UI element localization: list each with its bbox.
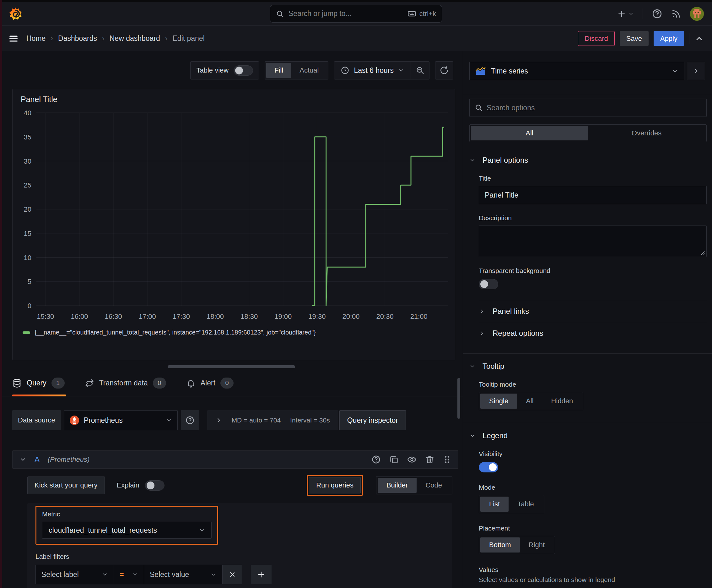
- fill-option[interactable]: Fill: [266, 63, 291, 78]
- actual-option[interactable]: Actual: [291, 63, 327, 78]
- search-icon: [276, 10, 284, 18]
- breadcrumb-dashboards[interactable]: Dashboards: [58, 34, 97, 43]
- toggle-viz-suggestions-button[interactable]: [687, 62, 705, 80]
- options-search-input[interactable]: [487, 104, 701, 112]
- toggle-query-visibility-button[interactable]: [407, 455, 416, 464]
- visualization-picker[interactable]: Time series: [469, 62, 684, 80]
- tab-alert[interactable]: Alert 0: [186, 376, 235, 396]
- save-button[interactable]: Save: [620, 31, 649, 46]
- tooltip-all-option[interactable]: All: [517, 394, 542, 408]
- kick-start-query-button[interactable]: Kick start your query: [27, 477, 105, 494]
- query-help-button[interactable]: [371, 455, 381, 464]
- panel-links-section[interactable]: Panel links: [479, 300, 707, 322]
- global-search-box[interactable]: ctrl+k: [270, 5, 442, 23]
- legend-values-help: Select values or calculations to show in…: [479, 576, 707, 584]
- pane-resize-handle[interactable]: [168, 365, 295, 368]
- legend-section-header[interactable]: Legend: [469, 431, 707, 440]
- tab-overrides[interactable]: Overrides: [588, 126, 705, 141]
- avatar[interactable]: [690, 7, 704, 21]
- breadcrumb-separator: ›: [50, 34, 53, 43]
- remove-filter-button[interactable]: [222, 565, 242, 584]
- legend-swatch[interactable]: [23, 331, 30, 334]
- collapse-header-button[interactable]: [694, 34, 704, 43]
- editor-tabs: Query 1 Transform data 0 Alert 0: [0, 376, 463, 396]
- news-rss-button[interactable]: [671, 9, 681, 19]
- apply-button[interactable]: Apply: [654, 31, 684, 46]
- left-pane-scrollbar[interactable]: [457, 378, 460, 419]
- tooltip-hidden-option[interactable]: Hidden: [542, 394, 582, 408]
- repeat-options-section[interactable]: Repeat options: [479, 322, 707, 344]
- table-view-label: Table view: [196, 66, 229, 75]
- grafana-logo[interactable]: [8, 6, 23, 21]
- svg-text:0: 0: [28, 302, 31, 310]
- tooltip-section-header[interactable]: Tooltip: [469, 362, 707, 371]
- explain-toggle[interactable]: [145, 480, 165, 491]
- legend-mode-table-option[interactable]: Table: [509, 497, 543, 512]
- legend-values-label: Values: [479, 566, 707, 573]
- mega-menu-toggle[interactable]: [8, 33, 19, 44]
- datasource-picker[interactable]: Prometheus: [64, 410, 178, 430]
- plus-icon: [617, 9, 626, 19]
- discard-button[interactable]: Discard: [578, 31, 615, 46]
- svg-text:20:00: 20:00: [342, 313, 360, 320]
- duplicate-query-button[interactable]: [390, 455, 398, 464]
- legend-mode-list-option[interactable]: List: [480, 497, 509, 512]
- operator-dropdown[interactable]: =: [114, 565, 144, 584]
- run-queries-button[interactable]: Run queries: [309, 477, 361, 493]
- svg-text:20: 20: [24, 205, 31, 213]
- code-option[interactable]: Code: [416, 478, 451, 493]
- delete-query-button[interactable]: [425, 455, 434, 464]
- query-inspector-button[interactable]: Query inspector: [339, 410, 406, 430]
- query-actions-row: Kick start your query Explain Run querie…: [27, 475, 452, 496]
- options-search-box[interactable]: [469, 99, 707, 117]
- query-options-summary[interactable]: MD = auto = 704 Interval = 30s: [207, 410, 338, 430]
- table-view-toggle[interactable]: [234, 65, 253, 76]
- panel-preview: Panel Title 051015202530354015:3016:0016…: [12, 89, 455, 360]
- datasource-help-button[interactable]: [181, 410, 199, 430]
- tooltip-single-option[interactable]: Single: [480, 394, 517, 408]
- chevron-right-icon: [479, 330, 485, 336]
- hamburger-icon: [8, 33, 19, 44]
- chart-svg[interactable]: 051015202530354015:3016:0016:3017:0017:3…: [16, 108, 451, 328]
- resize-corner-icon[interactable]: [700, 250, 705, 255]
- svg-text:30: 30: [24, 158, 31, 165]
- plus-icon: [257, 570, 265, 579]
- breadcrumb-home[interactable]: Home: [26, 34, 45, 43]
- breadcrumb-separator: ›: [102, 34, 105, 43]
- refresh-button[interactable]: [435, 61, 453, 80]
- svg-text:17:00: 17:00: [139, 313, 156, 320]
- panel-toolbar: Table view Fill Actual Last 6 hours: [0, 61, 453, 80]
- add-menu-button[interactable]: [617, 9, 634, 19]
- metric-select[interactable]: cloudflared_tunnel_total_requests: [42, 522, 212, 539]
- global-search-input[interactable]: [288, 9, 403, 18]
- query-row-header[interactable]: A (Prometheus): [12, 450, 458, 469]
- add-filter-button[interactable]: [251, 565, 272, 584]
- legend-placement-bottom-option[interactable]: Bottom: [480, 538, 520, 552]
- tab-query[interactable]: Query 1: [12, 376, 66, 396]
- svg-text:17:30: 17:30: [173, 313, 190, 320]
- breadcrumb: Home › Dashboards › New dashboard › Edit…: [26, 34, 205, 43]
- legend-visibility-toggle[interactable]: [479, 462, 498, 472]
- chevron-right-icon: [479, 308, 485, 314]
- svg-text:35: 35: [24, 133, 31, 141]
- panel-options-section-header[interactable]: Panel options: [469, 156, 707, 165]
- help-button[interactable]: [652, 8, 662, 19]
- legend-series-label[interactable]: {__name__="cloudflared_tunnel_total_requ…: [35, 329, 316, 336]
- select-label-dropdown[interactable]: Select label: [36, 565, 114, 584]
- transparent-background-toggle[interactable]: [479, 279, 498, 289]
- select-value-dropdown[interactable]: Select value: [144, 565, 222, 584]
- tab-transform-data[interactable]: Transform data 0: [85, 376, 167, 396]
- builder-option[interactable]: Builder: [377, 478, 416, 493]
- legend-placement-right-option[interactable]: Right: [520, 538, 554, 552]
- panel-description-textarea[interactable]: [479, 226, 707, 257]
- zoom-out-time-button[interactable]: [411, 62, 429, 79]
- run-queries-highlight: Run queries: [307, 475, 363, 496]
- tab-all[interactable]: All: [471, 126, 588, 141]
- chevron-down-icon: [132, 571, 138, 578]
- chevron-down-icon: [671, 67, 678, 75]
- drag-query-handle[interactable]: [443, 455, 451, 464]
- panel-options-sidebar: Time series All Overrides Panel options: [463, 51, 712, 586]
- time-range-picker[interactable]: Last 6 hours: [335, 62, 411, 79]
- breadcrumb-new-dashboard[interactable]: New dashboard: [110, 34, 160, 43]
- panel-title-input[interactable]: [479, 186, 707, 204]
